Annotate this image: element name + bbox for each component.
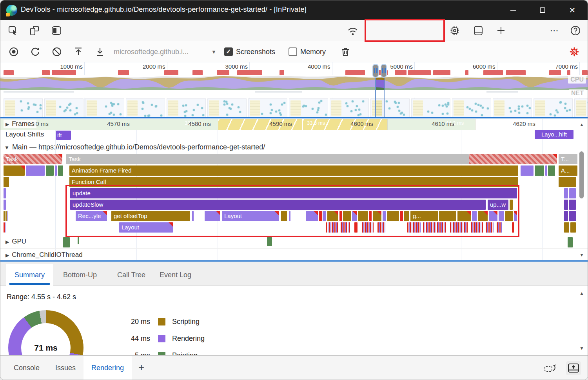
capture-settings-button[interactable] [569, 46, 580, 57]
flame-event[interactable] [499, 211, 504, 221]
flame-event[interactable] [4, 188, 6, 198]
more-drawer-tabs-button[interactable]: + [138, 361, 144, 373]
screenshot-thumbnail[interactable] [126, 98, 165, 117]
flame-event[interactable] [548, 165, 555, 176]
flame-event[interactable] [569, 188, 576, 198]
flame-event[interactable] [5, 211, 7, 221]
tab-application[interactable] [472, 25, 484, 36]
flame-event[interactable] [354, 222, 358, 233]
flame-event[interactable] [63, 237, 70, 247]
load-profile-button[interactable] [73, 46, 84, 57]
io-thread-track-label[interactable]: ▶Chrome_ChildIOThread [4, 251, 85, 259]
flame-event[interactable] [377, 222, 385, 233]
reset-view-button[interactable] [543, 361, 558, 375]
screenshots-label[interactable]: Screenshots [236, 48, 275, 56]
device-emulation-button[interactable] [29, 25, 40, 36]
layout-shift-badge[interactable]: ift [56, 131, 71, 140]
flame-event-t-[interactable]: T... [559, 154, 577, 164]
flame-event[interactable] [564, 200, 568, 210]
flame-event[interactable] [564, 188, 568, 198]
flame-event[interactable] [423, 222, 446, 233]
flame-event-layout[interactable]: Layout [119, 222, 173, 233]
layout-shift-badge-right[interactable]: Layo...hift [535, 130, 573, 139]
chevron-down-icon[interactable]: ▼ [211, 49, 216, 55]
flame-event[interactable] [7, 211, 8, 221]
record-button[interactable] [8, 46, 19, 57]
flame-event-layout[interactable]: Layout [222, 211, 279, 221]
flame-event[interactable] [383, 211, 386, 221]
profile-select[interactable]: microsoftedge.github.i... [114, 48, 189, 56]
flame-event[interactable] [387, 211, 399, 221]
close-button[interactable]: ✕ [560, 0, 584, 20]
flame-event[interactable] [46, 165, 54, 176]
flame-event[interactable] [497, 222, 502, 233]
flame-event[interactable] [4, 177, 9, 187]
flame-event[interactable] [545, 165, 547, 176]
clear-recording-button[interactable] [51, 46, 62, 57]
flame-event[interactable] [339, 211, 342, 221]
flame-event-function-call[interactable]: Function Call [69, 177, 518, 187]
more-tabs-button[interactable] [495, 25, 507, 36]
minimize-button[interactable] [501, 0, 525, 20]
flame-event[interactable] [570, 222, 576, 233]
expand-panel-button[interactable] [566, 361, 581, 375]
flame-event[interactable] [369, 211, 372, 221]
summary-scroll-down[interactable]: ▼ [577, 345, 586, 351]
flame-event[interactable] [281, 211, 287, 221]
flame-event[interactable] [362, 222, 374, 233]
flame-event[interactable] [564, 211, 568, 221]
flame-event[interactable] [358, 211, 368, 221]
flame-event[interactable] [505, 211, 513, 221]
flame-event[interactable] [319, 211, 322, 221]
screenshot-thumbnail[interactable] [289, 98, 328, 117]
flame-event[interactable] [404, 211, 409, 221]
flame-event[interactable] [472, 211, 477, 221]
screenshots-checkbox[interactable]: ✓ [224, 47, 233, 56]
flame-event[interactable] [267, 237, 272, 246]
flame-event[interactable] [58, 165, 63, 176]
screenshot-thumbnail[interactable] [85, 98, 124, 117]
flame-event[interactable] [478, 211, 488, 221]
flame-event[interactable] [4, 222, 5, 233]
detail-tab-bottom-up[interactable]: Bottom-Up [54, 264, 105, 286]
flame-event[interactable] [514, 211, 517, 221]
flame-event[interactable] [521, 165, 534, 176]
screenshot-thumbnail[interactable] [167, 98, 206, 117]
flame-event[interactable] [400, 211, 403, 221]
flame-event[interactable] [450, 222, 468, 233]
flame-event[interactable] [326, 222, 338, 233]
selection-handle-left[interactable] [372, 64, 379, 78]
flame-event[interactable] [510, 200, 513, 210]
screenshot-thumbnail[interactable] [411, 98, 450, 117]
flame-event[interactable] [373, 211, 381, 221]
flame-event-get-offsettop[interactable]: get offsetTop [111, 211, 190, 221]
summary-scroll-up[interactable]: ▲ [577, 291, 586, 296]
flame-event[interactable] [568, 237, 573, 247]
focus-page-button[interactable] [51, 25, 62, 36]
flame-event[interactable] [4, 165, 25, 176]
flame-event-rec-yle[interactable]: Rec...yle [76, 211, 107, 221]
gpu-track-label[interactable]: ▶GPU [4, 237, 28, 246]
flame-event-g-[interactable]: g... [410, 211, 438, 221]
memory-label[interactable]: Memory [300, 48, 326, 56]
flame-event[interactable] [26, 165, 45, 176]
screenshot-thumbnail[interactable] [207, 98, 247, 117]
tab-memory[interactable] [449, 25, 461, 36]
record-and-reload-button[interactable] [30, 46, 41, 57]
screenshot-thumbnail[interactable] [534, 98, 573, 117]
flame-event-animation-frame-fired[interactable]: Animation Frame Fired [69, 165, 518, 176]
screenshot-thumbnail[interactable] [248, 98, 287, 117]
screenshot-thumbnail[interactable] [370, 98, 410, 117]
screenshot-thumbnail[interactable] [574, 98, 588, 117]
inspect-element-button[interactable] [7, 25, 19, 36]
flame-event[interactable] [564, 222, 569, 233]
help-button[interactable] [570, 25, 581, 36]
flame-event[interactable] [343, 211, 351, 221]
detail-tab-event-log[interactable]: Event Log [151, 264, 200, 286]
drawer-tab-issues[interactable]: Issues [47, 356, 83, 380]
flame-scrollbar-thumb[interactable] [579, 151, 584, 198]
flame-event[interactable] [4, 200, 6, 210]
flame-scroll-down[interactable]: ▼ [577, 252, 586, 258]
selection-handle-right[interactable] [381, 64, 387, 78]
flame-event-update[interactable]: update [70, 188, 517, 198]
